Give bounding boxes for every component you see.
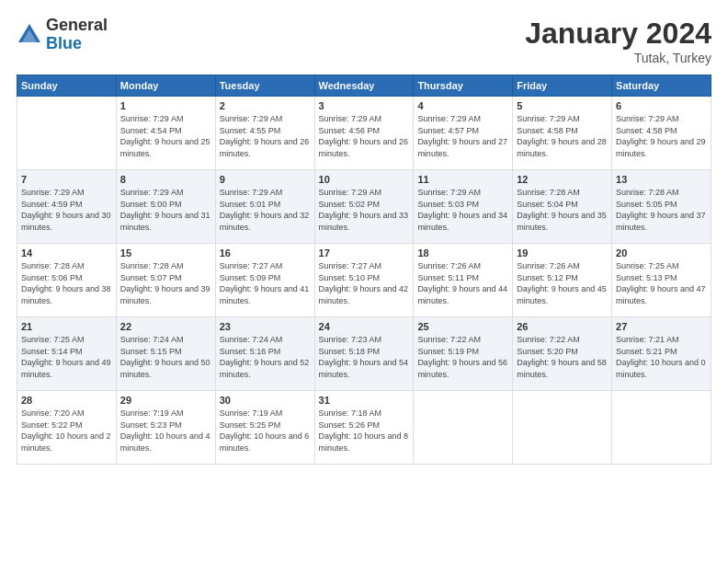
header-cell-saturday: Saturday bbox=[612, 75, 711, 97]
header-cell-thursday: Thursday bbox=[414, 75, 513, 97]
day-info: Sunrise: 7:22 AMSunset: 5:19 PMDaylight:… bbox=[417, 334, 508, 380]
day-info: Sunrise: 7:28 AMSunset: 5:04 PMDaylight:… bbox=[517, 187, 608, 233]
header-cell-friday: Friday bbox=[513, 75, 612, 97]
week-row-2: 7Sunrise: 7:29 AMSunset: 4:59 PMDaylight… bbox=[17, 170, 711, 244]
day-number: 6 bbox=[616, 100, 707, 111]
day-info: Sunrise: 7:27 AMSunset: 5:10 PMDaylight:… bbox=[319, 260, 410, 306]
day-info: Sunrise: 7:21 AMSunset: 5:21 PMDaylight:… bbox=[616, 334, 707, 380]
day-number: 13 bbox=[616, 174, 707, 185]
day-number: 30 bbox=[220, 395, 311, 406]
day-cell: 4Sunrise: 7:29 AMSunset: 4:57 PMDaylight… bbox=[414, 97, 513, 170]
day-info: Sunrise: 7:26 AMSunset: 5:11 PMDaylight:… bbox=[417, 260, 508, 306]
day-number: 2 bbox=[220, 100, 311, 111]
day-cell: 17Sunrise: 7:27 AMSunset: 5:10 PMDayligh… bbox=[314, 244, 414, 317]
header-cell-wednesday: Wednesday bbox=[314, 75, 414, 97]
day-info: Sunrise: 7:29 AMSunset: 4:59 PMDaylight:… bbox=[21, 187, 112, 233]
day-cell: 21Sunrise: 7:25 AMSunset: 5:14 PMDayligh… bbox=[17, 317, 117, 391]
day-cell: 6Sunrise: 7:29 AMSunset: 4:58 PMDaylight… bbox=[612, 97, 711, 170]
day-cell bbox=[612, 391, 711, 465]
day-info: Sunrise: 7:27 AMSunset: 5:09 PMDaylight:… bbox=[220, 260, 311, 306]
day-cell: 11Sunrise: 7:29 AMSunset: 5:03 PMDayligh… bbox=[414, 170, 513, 244]
day-number: 31 bbox=[319, 395, 410, 406]
day-number: 29 bbox=[120, 395, 211, 406]
day-cell: 24Sunrise: 7:23 AMSunset: 5:18 PMDayligh… bbox=[314, 317, 414, 391]
day-info: Sunrise: 7:24 AMSunset: 5:16 PMDaylight:… bbox=[220, 334, 311, 380]
day-info: Sunrise: 7:19 AMSunset: 5:23 PMDaylight:… bbox=[120, 408, 211, 454]
week-row-5: 28Sunrise: 7:20 AMSunset: 5:22 PMDayligh… bbox=[17, 391, 711, 465]
day-info: Sunrise: 7:18 AMSunset: 5:26 PMDaylight:… bbox=[319, 408, 410, 454]
logo: General Blue bbox=[17, 17, 108, 53]
day-cell: 1Sunrise: 7:29 AMSunset: 4:54 PMDaylight… bbox=[116, 97, 215, 170]
day-number: 12 bbox=[517, 174, 608, 185]
calendar-table: SundayMondayTuesdayWednesdayThursdayFrid… bbox=[17, 75, 711, 465]
day-cell: 2Sunrise: 7:29 AMSunset: 4:55 PMDaylight… bbox=[215, 97, 314, 170]
day-cell bbox=[513, 391, 612, 465]
day-number: 18 bbox=[417, 247, 508, 259]
day-number: 20 bbox=[616, 247, 707, 259]
day-info: Sunrise: 7:22 AMSunset: 5:20 PMDaylight:… bbox=[517, 334, 608, 380]
day-info: Sunrise: 7:26 AMSunset: 5:12 PMDaylight:… bbox=[517, 260, 608, 306]
day-number: 1 bbox=[120, 100, 211, 111]
day-number: 11 bbox=[417, 174, 508, 185]
day-number: 4 bbox=[417, 100, 508, 111]
day-number: 7 bbox=[21, 174, 112, 185]
day-info: Sunrise: 7:20 AMSunset: 5:22 PMDaylight:… bbox=[21, 408, 112, 454]
day-number: 14 bbox=[21, 247, 112, 259]
day-info: Sunrise: 7:25 AMSunset: 5:14 PMDaylight:… bbox=[21, 334, 112, 380]
day-info: Sunrise: 7:29 AMSunset: 5:03 PMDaylight:… bbox=[417, 187, 508, 233]
day-number: 17 bbox=[319, 247, 410, 259]
day-info: Sunrise: 7:29 AMSunset: 5:01 PMDaylight:… bbox=[220, 187, 311, 233]
day-info: Sunrise: 7:25 AMSunset: 5:13 PMDaylight:… bbox=[616, 260, 707, 306]
day-cell: 10Sunrise: 7:29 AMSunset: 5:02 PMDayligh… bbox=[314, 170, 414, 244]
day-number: 23 bbox=[220, 321, 311, 332]
day-cell: 14Sunrise: 7:28 AMSunset: 5:06 PMDayligh… bbox=[17, 244, 117, 317]
day-info: Sunrise: 7:29 AMSunset: 4:54 PMDaylight:… bbox=[120, 113, 211, 159]
page-header: General Blue January 2024 Tutak, Turkey bbox=[17, 17, 711, 65]
week-row-3: 14Sunrise: 7:28 AMSunset: 5:06 PMDayligh… bbox=[17, 244, 711, 317]
day-info: Sunrise: 7:29 AMSunset: 4:58 PMDaylight:… bbox=[517, 113, 608, 159]
header-cell-monday: Monday bbox=[116, 75, 215, 97]
day-info: Sunrise: 7:28 AMSunset: 5:05 PMDaylight:… bbox=[616, 187, 707, 233]
day-number: 5 bbox=[517, 100, 608, 111]
day-cell bbox=[414, 391, 513, 465]
day-cell: 8Sunrise: 7:29 AMSunset: 5:00 PMDaylight… bbox=[116, 170, 215, 244]
day-number: 19 bbox=[517, 247, 608, 259]
day-number: 22 bbox=[120, 321, 211, 332]
day-info: Sunrise: 7:23 AMSunset: 5:18 PMDaylight:… bbox=[319, 334, 410, 380]
day-info: Sunrise: 7:19 AMSunset: 5:25 PMDaylight:… bbox=[220, 408, 311, 454]
day-number: 21 bbox=[21, 321, 112, 332]
day-info: Sunrise: 7:29 AMSunset: 5:00 PMDaylight:… bbox=[120, 187, 211, 233]
day-cell: 20Sunrise: 7:25 AMSunset: 5:13 PMDayligh… bbox=[612, 244, 711, 317]
logo-blue: Blue bbox=[46, 35, 108, 53]
day-number: 15 bbox=[120, 247, 211, 259]
day-cell bbox=[17, 97, 117, 170]
calendar-title: January 2024 bbox=[525, 17, 711, 51]
day-number: 27 bbox=[616, 321, 707, 332]
day-cell: 27Sunrise: 7:21 AMSunset: 5:21 PMDayligh… bbox=[612, 317, 711, 391]
day-cell: 18Sunrise: 7:26 AMSunset: 5:11 PMDayligh… bbox=[414, 244, 513, 317]
day-cell: 26Sunrise: 7:22 AMSunset: 5:20 PMDayligh… bbox=[513, 317, 612, 391]
day-number: 28 bbox=[21, 395, 112, 406]
day-cell: 13Sunrise: 7:28 AMSunset: 5:05 PMDayligh… bbox=[612, 170, 711, 244]
day-cell: 30Sunrise: 7:19 AMSunset: 5:25 PMDayligh… bbox=[215, 391, 314, 465]
week-row-1: 1Sunrise: 7:29 AMSunset: 4:54 PMDaylight… bbox=[17, 97, 711, 170]
day-info: Sunrise: 7:29 AMSunset: 4:55 PMDaylight:… bbox=[220, 113, 311, 159]
header-cell-sunday: Sunday bbox=[17, 75, 117, 97]
day-info: Sunrise: 7:29 AMSunset: 4:57 PMDaylight:… bbox=[417, 113, 508, 159]
week-row-4: 21Sunrise: 7:25 AMSunset: 5:14 PMDayligh… bbox=[17, 317, 711, 391]
day-cell: 28Sunrise: 7:20 AMSunset: 5:22 PMDayligh… bbox=[17, 391, 117, 465]
day-info: Sunrise: 7:24 AMSunset: 5:15 PMDaylight:… bbox=[120, 334, 211, 380]
logo-icon bbox=[17, 22, 42, 48]
day-cell: 22Sunrise: 7:24 AMSunset: 5:15 PMDayligh… bbox=[116, 317, 215, 391]
day-number: 3 bbox=[319, 100, 410, 111]
day-cell: 5Sunrise: 7:29 AMSunset: 4:58 PMDaylight… bbox=[513, 97, 612, 170]
day-info: Sunrise: 7:28 AMSunset: 5:06 PMDaylight:… bbox=[21, 260, 112, 306]
day-cell: 15Sunrise: 7:28 AMSunset: 5:07 PMDayligh… bbox=[116, 244, 215, 317]
day-info: Sunrise: 7:29 AMSunset: 4:56 PMDaylight:… bbox=[319, 113, 410, 159]
day-number: 25 bbox=[417, 321, 508, 332]
day-cell: 16Sunrise: 7:27 AMSunset: 5:09 PMDayligh… bbox=[215, 244, 314, 317]
day-cell: 7Sunrise: 7:29 AMSunset: 4:59 PMDaylight… bbox=[17, 170, 117, 244]
header-row: SundayMondayTuesdayWednesdayThursdayFrid… bbox=[17, 75, 711, 97]
day-number: 16 bbox=[220, 247, 311, 259]
day-number: 8 bbox=[120, 174, 211, 185]
